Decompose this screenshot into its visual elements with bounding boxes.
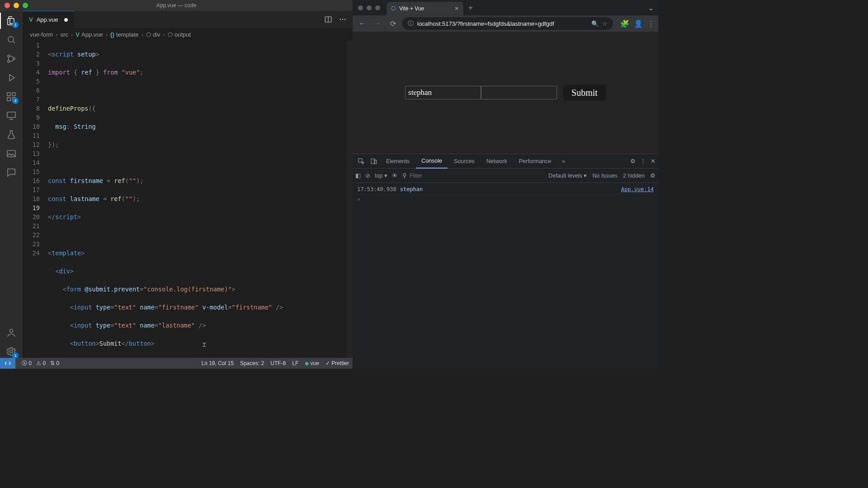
status-eol[interactable]: LF: [292, 360, 298, 366]
breadcrumb-item[interactable]: output: [175, 31, 191, 38]
svg-point-14: [342, 19, 343, 20]
omnibox[interactable]: ⓘ localhost:5173/?firstname=fsdgfds&last…: [402, 17, 613, 30]
profile-icon[interactable]: 👤: [634, 19, 643, 28]
more-actions-icon[interactable]: [338, 15, 347, 24]
traffic-close[interactable]: [358, 5, 363, 10]
image-icon[interactable]: [5, 147, 18, 160]
more-tabs-icon[interactable]: »: [557, 155, 569, 167]
breadcrumb-item[interactable]: App.vue: [81, 31, 103, 38]
svg-point-11: [10, 350, 13, 353]
hidden-count[interactable]: 2 hidden: [623, 173, 645, 179]
console-filter-input[interactable]: [410, 173, 482, 179]
minimap[interactable]: [346, 41, 353, 358]
search-icon[interactable]: [5, 33, 18, 46]
kebab-menu-icon[interactable]: ⋮: [647, 19, 655, 28]
comment-icon[interactable]: [5, 166, 18, 179]
extensions-icon[interactable]: 4: [5, 90, 18, 103]
split-editor-icon[interactable]: [324, 15, 333, 24]
devtools-tab-console[interactable]: Console: [416, 154, 448, 169]
browser-tab[interactable]: ⎔ Vite + Vue ✕: [387, 2, 463, 15]
status-errors[interactable]: ⓧ 0: [22, 360, 32, 367]
sidebar-toggle-icon[interactable]: ◧: [355, 172, 361, 179]
svg-point-2: [8, 61, 9, 62]
remote-indicator[interactable]: [0, 358, 15, 369]
close-tab-icon[interactable]: ✕: [454, 5, 459, 12]
account-icon[interactable]: [5, 326, 18, 339]
status-encoding[interactable]: UTF-8: [270, 360, 286, 366]
devtools-tab-elements[interactable]: Elements: [381, 154, 415, 169]
log-levels[interactable]: Default levels ▾: [548, 172, 587, 179]
svg-point-13: [340, 19, 341, 20]
scm-icon[interactable]: [5, 52, 18, 65]
svg-rect-5: [7, 98, 10, 101]
breadcrumb-item[interactable]: vue-form: [30, 31, 53, 38]
traffic-min[interactable]: [367, 5, 372, 10]
dirty-indicator: [64, 18, 68, 22]
back-button[interactable]: ←: [356, 18, 368, 29]
editor-tab-label: App.vue: [37, 16, 58, 23]
log-source-link[interactable]: App.vue:14: [621, 186, 654, 192]
devtools-tab-sources[interactable]: Sources: [448, 154, 480, 169]
console-log-line[interactable]: 17:53:40.938 stephan App.vue:14: [353, 185, 658, 194]
settings-icon[interactable]: 1: [5, 345, 18, 358]
remote-icon[interactable]: [5, 109, 18, 122]
code-editor[interactable]: 123456789101112131415161718192021222324 …: [23, 41, 353, 358]
beaker-icon[interactable]: [5, 128, 18, 141]
omnibox-url: localhost:5173/?firstname=fsdgfds&lastna…: [417, 20, 554, 27]
explorer-badge: 1: [12, 22, 19, 28]
vue-file-icon: V: [29, 16, 33, 23]
firstname-input[interactable]: [405, 86, 481, 99]
svg-rect-8: [7, 112, 15, 117]
traffic-max[interactable]: [375, 5, 380, 10]
filter-icon: ⚲: [402, 172, 407, 179]
inspect-icon[interactable]: [355, 155, 367, 167]
chrome-tabstrip: ⎔ Vite + Vue ✕ ＋ ⌄: [353, 0, 658, 15]
status-language[interactable]: ◆ vue: [305, 360, 319, 366]
submit-button[interactable]: Submit: [563, 84, 606, 101]
breadcrumb-item[interactable]: div: [153, 31, 160, 38]
console-output[interactable]: 17:53:40.938 stephan App.vue:14 ›: [353, 183, 658, 369]
browser-tab-title: Vite + Vue: [399, 5, 424, 12]
chevron-down-icon[interactable]: ⌄: [648, 4, 658, 12]
code-content[interactable]: <script setup> import { ref } from "vue"…: [48, 41, 346, 358]
new-tab-button[interactable]: ＋: [467, 3, 474, 13]
svg-point-1: [8, 55, 9, 57]
extensions-puzzle-icon[interactable]: 🧩: [620, 19, 629, 28]
live-expression-icon[interactable]: 👁: [392, 173, 398, 179]
breadcrumb-item[interactable]: template: [116, 31, 139, 38]
debug-icon[interactable]: [5, 71, 18, 84]
status-ports[interactable]: ⇅ 0: [50, 360, 59, 366]
explorer-icon[interactable]: 1: [5, 14, 18, 27]
reload-button[interactable]: ⟳: [387, 18, 399, 29]
console-settings-icon[interactable]: ⚙: [650, 172, 656, 179]
bookmark-icon[interactable]: ☆: [602, 20, 608, 27]
devtools-tab-network[interactable]: Network: [481, 154, 513, 169]
editor-tab[interactable]: V App.vue: [23, 11, 74, 28]
zoom-icon[interactable]: 🔍: [591, 20, 599, 27]
activity-bar: 1 4: [0, 11, 23, 358]
devtools-tab-performance[interactable]: Performance: [514, 154, 557, 169]
devtools-close-icon[interactable]: ✕: [651, 158, 656, 164]
svg-point-3: [13, 58, 15, 60]
status-spaces[interactable]: Spaces: 2: [240, 360, 264, 366]
status-prettier[interactable]: ✓ Prettier: [326, 360, 349, 366]
clear-console-icon[interactable]: ⊘: [365, 172, 370, 179]
device-toggle-icon[interactable]: [368, 155, 380, 167]
status-cursor[interactable]: Ln 19, Col 15: [201, 360, 233, 366]
console-toolbar: ◧ ⊘ top ▾ 👁 ⚲ Default levels ▾ No Issues…: [353, 169, 658, 183]
breadcrumbs[interactable]: vue-form› src› VApp.vue› {} template› ⬠ …: [23, 28, 353, 41]
breadcrumb-item[interactable]: src: [61, 31, 68, 38]
lastname-input[interactable]: [481, 86, 557, 99]
issues-indicator[interactable]: No Issues: [592, 173, 618, 179]
svg-rect-7: [12, 93, 15, 96]
devtools-settings-icon[interactable]: ⚙: [630, 158, 636, 164]
status-warnings[interactable]: ⚠ 0: [36, 360, 46, 366]
forward-button[interactable]: →: [372, 18, 383, 29]
console-prompt[interactable]: ›: [353, 194, 658, 204]
site-info-icon[interactable]: ⓘ: [408, 19, 414, 28]
vscode-window: App.vue — code 1 4: [0, 0, 353, 369]
context-selector[interactable]: top ▾: [375, 172, 387, 179]
favicon-icon: ⎔: [391, 5, 396, 12]
devtools-kebab-icon[interactable]: ⋮: [640, 158, 646, 164]
console-filter[interactable]: ⚲: [402, 172, 482, 179]
